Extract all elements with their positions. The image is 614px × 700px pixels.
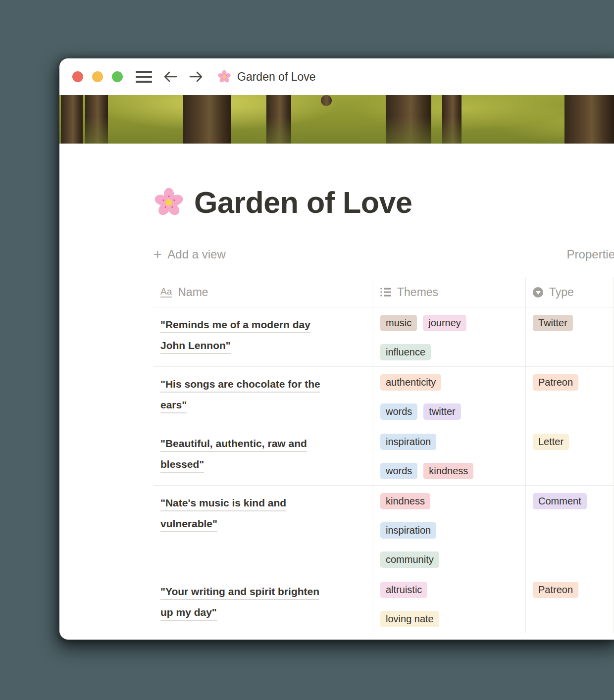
theme-tag: kindness: [380, 493, 430, 509]
tree-trunk: [564, 95, 614, 144]
page-header: Garden of Love: [154, 185, 614, 220]
window-titlebar: Garden of Love: [59, 58, 614, 95]
type-cell[interactable]: Letter: [525, 426, 614, 485]
notion-window: Garden of Love: [59, 58, 614, 640]
theme-tag: inspiration: [380, 522, 436, 539]
tree-trunk: [386, 95, 431, 144]
back-button[interactable]: [163, 70, 178, 83]
multi-select-icon: [380, 287, 391, 297]
plus-icon: +: [154, 247, 161, 262]
view-toolbar: + Add a view Properties: [154, 243, 614, 266]
column-label: Type: [549, 286, 574, 299]
theme-tag: influence: [380, 344, 431, 360]
properties-button[interactable]: Properties: [567, 248, 614, 261]
theme-tag: words: [380, 463, 417, 479]
tree-trunk: [85, 95, 108, 144]
table-row: "Your writing and spirit brighten up my …: [154, 574, 614, 633]
column-header-name[interactable]: Aa Name: [154, 277, 373, 307]
row-title[interactable]: "Nate's music is kind and vulnerable": [160, 497, 286, 532]
name-cell[interactable]: "Beautiful, authentic, raw and blessed": [154, 426, 373, 485]
tree-trunk: [321, 95, 332, 106]
column-header-type[interactable]: Type: [525, 277, 614, 307]
type-cell[interactable]: Patreon: [525, 367, 614, 426]
theme-tag: music: [380, 315, 417, 331]
themes-cell[interactable]: kindness inspiration community: [373, 486, 525, 574]
type-tag: Patreon: [533, 582, 578, 598]
type-tag: Patreon: [533, 374, 578, 391]
theme-tag: journey: [423, 315, 466, 331]
zoom-button[interactable]: [112, 71, 123, 82]
themes-cell[interactable]: music journey influence: [373, 307, 525, 366]
theme-tag: inspiration: [380, 434, 436, 450]
count-calculation[interactable]: COUNT 6: [154, 633, 373, 640]
name-cell[interactable]: "Reminds me of a modern day John Lennon": [154, 307, 373, 366]
type-cell[interactable]: Comment: [525, 486, 614, 574]
name-cell[interactable]: "His songs are chocolate for the ears": [154, 367, 373, 426]
type-cell[interactable]: Twitter: [525, 307, 614, 366]
titlebar-title: Garden of Love: [237, 70, 316, 84]
database-table: Aa Name Themes Type: [154, 277, 614, 640]
type-tag: Comment: [533, 493, 587, 509]
tree-trunk: [442, 95, 461, 144]
forward-button[interactable]: [189, 70, 204, 83]
type-tag: Letter: [533, 434, 569, 450]
tree-trunk: [183, 95, 231, 144]
add-view-label: Add a view: [167, 248, 225, 261]
type-tag: Twitter: [533, 315, 573, 331]
themes-cell[interactable]: altruistic loving nate: [373, 574, 525, 633]
name-cell[interactable]: "Your writing and spirit brighten up my …: [154, 574, 373, 633]
theme-tag: words: [380, 403, 417, 420]
theme-tag: kindness: [423, 463, 473, 479]
cherry-blossom-icon: [217, 70, 231, 84]
column-label: Name: [178, 286, 208, 299]
themes-cell[interactable]: authenticity words twitter: [373, 367, 525, 426]
menu-icon[interactable]: [136, 71, 152, 83]
tree-trunk: [266, 95, 291, 144]
table-header-row: Aa Name Themes Type: [154, 277, 614, 307]
cherry-blossom-icon[interactable]: [154, 187, 184, 218]
type-cell[interactable]: Patreon: [525, 574, 614, 633]
back-arrow-icon: [163, 70, 178, 83]
row-title[interactable]: "Your writing and spirit brighten up my …: [160, 586, 319, 621]
table-row: "Reminds me of a modern day John Lennon"…: [154, 307, 614, 366]
theme-tag: twitter: [423, 403, 460, 420]
column-header-themes[interactable]: Themes: [373, 277, 525, 307]
theme-tag: authenticity: [380, 374, 441, 391]
table-row: "Nate's music is kind and vulnerable" ki…: [154, 485, 614, 574]
minimize-button[interactable]: [92, 71, 103, 82]
cover-image: [59, 95, 614, 144]
title-property-icon: Aa: [160, 287, 172, 298]
table-footer: COUNT 6: [154, 633, 614, 640]
table-row: "His songs are chocolate for the ears" a…: [154, 366, 614, 426]
row-title[interactable]: "Reminds me of a modern day John Lennon": [160, 319, 310, 354]
theme-tag: community: [380, 551, 439, 568]
page-title[interactable]: Garden of Love: [194, 185, 412, 220]
theme-tag: altruistic: [380, 582, 427, 598]
row-title[interactable]: "Beautiful, authentic, raw and blessed": [160, 438, 307, 473]
theme-tag: loving nate: [380, 611, 439, 627]
themes-cell[interactable]: inspiration words kindness: [373, 426, 525, 485]
close-button[interactable]: [72, 71, 83, 82]
traffic-lights: [72, 71, 123, 82]
table-row: "Beautiful, authentic, raw and blessed" …: [154, 426, 614, 485]
add-view-button[interactable]: + Add a view: [154, 247, 226, 262]
column-label: Themes: [397, 286, 438, 299]
tree-trunk: [61, 95, 83, 144]
forward-arrow-icon: [189, 70, 204, 83]
select-property-icon: [533, 287, 543, 298]
name-cell[interactable]: "Nate's music is kind and vulnerable": [154, 486, 373, 574]
row-title[interactable]: "His songs are chocolate for the ears": [160, 378, 320, 413]
